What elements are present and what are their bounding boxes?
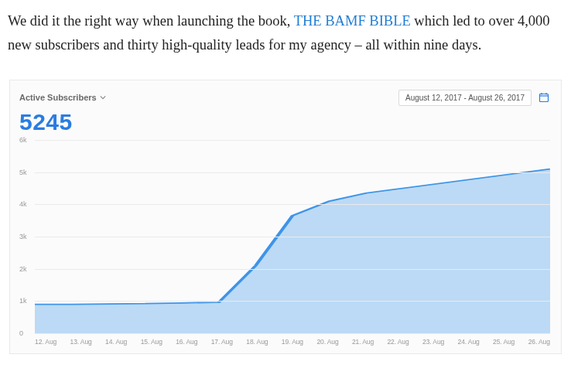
y-tick-label: 4k xyxy=(19,200,27,208)
x-tick-label: 14. Aug xyxy=(105,338,127,346)
x-tick-label: 22. Aug xyxy=(387,338,409,346)
x-tick-label: 20. Aug xyxy=(316,338,338,346)
chevron-down-icon xyxy=(100,94,106,101)
metric-dropdown[interactable]: Active Subscribers xyxy=(19,93,106,102)
bamf-bible-link[interactable]: THE BAMF BIBLE xyxy=(294,13,411,29)
x-tick-label: 21. Aug xyxy=(352,338,374,346)
screenshot-header: Active Subscribers August 12, 2017 - Aug… xyxy=(18,88,553,109)
y-tick-label: 6k xyxy=(19,136,27,144)
analytics-screenshot: Active Subscribers August 12, 2017 - Aug… xyxy=(9,80,562,354)
gridline xyxy=(35,204,550,205)
gridline xyxy=(35,172,550,173)
big-number: 5245 xyxy=(18,109,553,140)
subscriber-chart: 12. Aug13. Aug14. Aug15. Aug16. Aug17. A… xyxy=(18,140,553,349)
x-tick-label: 19. Aug xyxy=(282,338,303,346)
x-tick-label: 13. Aug xyxy=(70,338,92,346)
x-tick-label: 23. Aug xyxy=(422,338,444,346)
y-tick-label: 5k xyxy=(19,169,27,176)
gridline xyxy=(35,140,550,141)
y-tick-label: 3k xyxy=(19,233,27,240)
article-paragraph: We did it the right way when launching t… xyxy=(0,0,571,58)
svg-rect-0 xyxy=(540,94,549,102)
gridline xyxy=(35,237,550,237)
y-tick-label: 0 xyxy=(19,329,23,337)
date-range-picker[interactable]: August 12, 2017 - August 26, 2017 xyxy=(398,90,532,106)
x-tick-label: 18. Aug xyxy=(246,338,268,346)
y-tick-label: 2k xyxy=(19,265,27,273)
x-tick-label: 16. Aug xyxy=(176,338,197,346)
gridline xyxy=(35,269,550,270)
text-before-link: We did it the right way when launching t… xyxy=(8,13,294,29)
metric-label: Active Subscribers xyxy=(19,93,97,102)
calendar-icon[interactable] xyxy=(536,90,552,105)
y-tick-label: 1k xyxy=(19,297,27,305)
x-tick-label: 15. Aug xyxy=(141,338,162,346)
gridline xyxy=(35,333,550,334)
x-tick-label: 26. Aug xyxy=(528,338,550,346)
x-axis: 12. Aug13. Aug14. Aug15. Aug16. Aug17. A… xyxy=(35,338,550,346)
x-tick-label: 24. Aug xyxy=(458,338,480,346)
x-tick-label: 25. Aug xyxy=(493,338,515,346)
x-tick-label: 17. Aug xyxy=(211,338,233,346)
x-tick-label: 12. Aug xyxy=(35,338,56,346)
gridline xyxy=(35,301,550,302)
